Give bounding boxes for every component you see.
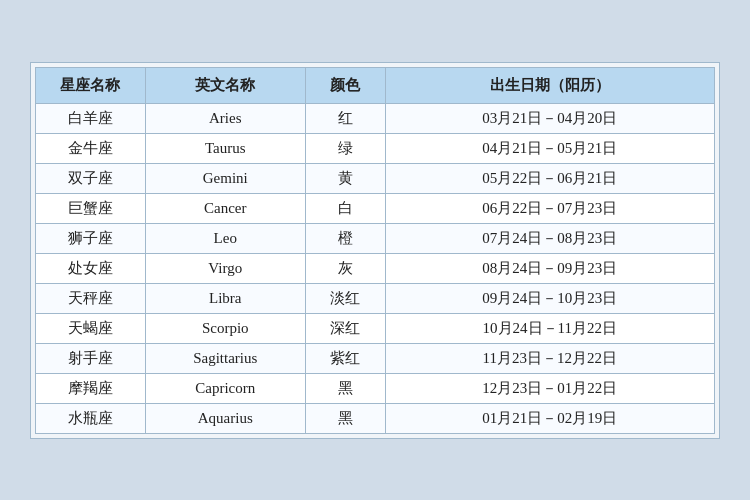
table-row: 金牛座Taurus绿04月21日－05月21日 — [36, 133, 715, 163]
cell-zh: 巨蟹座 — [36, 193, 146, 223]
table-row: 摩羯座Capricorn黑12月23日－01月22日 — [36, 373, 715, 403]
cell-zh: 天秤座 — [36, 283, 146, 313]
table-row: 狮子座Leo橙07月24日－08月23日 — [36, 223, 715, 253]
cell-zh: 天蝎座 — [36, 313, 146, 343]
cell-date: 04月21日－05月21日 — [385, 133, 714, 163]
cell-color: 深红 — [305, 313, 385, 343]
cell-date: 07月24日－08月23日 — [385, 223, 714, 253]
cell-en: Aquarius — [145, 403, 305, 433]
cell-color: 黄 — [305, 163, 385, 193]
header-color: 颜色 — [305, 67, 385, 103]
cell-zh: 射手座 — [36, 343, 146, 373]
cell-zh: 处女座 — [36, 253, 146, 283]
cell-en: Leo — [145, 223, 305, 253]
table-header-row: 星座名称 英文名称 颜色 出生日期（阳历） — [36, 67, 715, 103]
table-row: 射手座Sagittarius紫红11月23日－12月22日 — [36, 343, 715, 373]
cell-date: 01月21日－02月19日 — [385, 403, 714, 433]
cell-color: 灰 — [305, 253, 385, 283]
table-row: 巨蟹座Cancer白06月22日－07月23日 — [36, 193, 715, 223]
cell-date: 08月24日－09月23日 — [385, 253, 714, 283]
cell-date: 09月24日－10月23日 — [385, 283, 714, 313]
cell-zh: 白羊座 — [36, 103, 146, 133]
cell-color: 淡红 — [305, 283, 385, 313]
header-zh: 星座名称 — [36, 67, 146, 103]
table-row: 处女座Virgo灰08月24日－09月23日 — [36, 253, 715, 283]
cell-en: Cancer — [145, 193, 305, 223]
cell-en: Libra — [145, 283, 305, 313]
cell-en: Aries — [145, 103, 305, 133]
cell-en: Virgo — [145, 253, 305, 283]
cell-color: 白 — [305, 193, 385, 223]
cell-date: 12月23日－01月22日 — [385, 373, 714, 403]
cell-en: Scorpio — [145, 313, 305, 343]
cell-en: Capricorn — [145, 373, 305, 403]
table-row: 双子座Gemini黄05月22日－06月21日 — [36, 163, 715, 193]
header-date: 出生日期（阳历） — [385, 67, 714, 103]
cell-color: 红 — [305, 103, 385, 133]
cell-color: 黑 — [305, 373, 385, 403]
table-row: 水瓶座Aquarius黑01月21日－02月19日 — [36, 403, 715, 433]
table-row: 天秤座Libra淡红09月24日－10月23日 — [36, 283, 715, 313]
cell-date: 05月22日－06月21日 — [385, 163, 714, 193]
cell-date: 06月22日－07月23日 — [385, 193, 714, 223]
cell-zh: 水瓶座 — [36, 403, 146, 433]
cell-color: 黑 — [305, 403, 385, 433]
cell-zh: 金牛座 — [36, 133, 146, 163]
cell-date: 11月23日－12月22日 — [385, 343, 714, 373]
cell-en: Gemini — [145, 163, 305, 193]
table-row: 天蝎座Scorpio深红10月24日－11月22日 — [36, 313, 715, 343]
cell-zh: 双子座 — [36, 163, 146, 193]
header-en: 英文名称 — [145, 67, 305, 103]
cell-color: 橙 — [305, 223, 385, 253]
cell-color: 紫红 — [305, 343, 385, 373]
cell-color: 绿 — [305, 133, 385, 163]
cell-zh: 摩羯座 — [36, 373, 146, 403]
cell-en: Taurus — [145, 133, 305, 163]
cell-zh: 狮子座 — [36, 223, 146, 253]
table-row: 白羊座Aries红03月21日－04月20日 — [36, 103, 715, 133]
cell-date: 10月24日－11月22日 — [385, 313, 714, 343]
cell-en: Sagittarius — [145, 343, 305, 373]
cell-date: 03月21日－04月20日 — [385, 103, 714, 133]
zodiac-table-container: 星座名称 英文名称 颜色 出生日期（阳历） 白羊座Aries红03月21日－04… — [30, 62, 720, 439]
zodiac-table: 星座名称 英文名称 颜色 出生日期（阳历） 白羊座Aries红03月21日－04… — [35, 67, 715, 434]
